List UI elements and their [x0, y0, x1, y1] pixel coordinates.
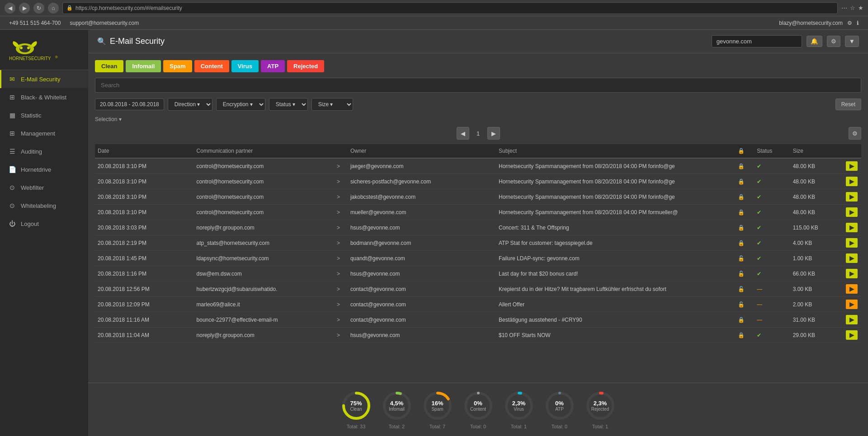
filter-content[interactable]: Content [194, 60, 229, 72]
cell-size: 2.00 KB [790, 297, 843, 312]
cell-action[interactable]: ▶ [843, 205, 861, 220]
filter-spam[interactable]: Spam [163, 60, 192, 72]
table-row[interactable]: 20.08.2018 3:10 PM control@hornetsecurit… [95, 205, 861, 220]
table-row[interactable]: 20.08.2018 12:09 PM marleo69@alice.it > … [95, 297, 861, 312]
size-dropdown[interactable]: Size ▾ < 1 KB < 100 KB [311, 98, 353, 111]
refresh-button[interactable]: ↻ [33, 3, 44, 14]
filter-clean[interactable]: Clean [95, 60, 123, 72]
col-owner[interactable]: Owner [348, 144, 496, 158]
direction-dropdown[interactable]: Direction ▾ Inbound Outbound [168, 98, 212, 111]
forward-button[interactable]: ▶ [19, 3, 30, 14]
col-partner[interactable]: Communication partner [194, 144, 334, 158]
url-bar[interactable]: 🔒 https://cp.hornetsecurity.com/#/emails… [62, 2, 838, 14]
table-row[interactable]: 20.08.2018 11:04 AM noreply@r.groupon.co… [95, 328, 861, 343]
row-action-button[interactable]: ▶ [846, 238, 858, 248]
row-action-button[interactable]: ▶ [846, 161, 858, 171]
encryption-dropdown[interactable]: Encryption ▾ TLS None [216, 98, 265, 111]
cell-lock: 🔒 [735, 220, 749, 235]
info-icon[interactable]: ℹ [857, 20, 859, 26]
cell-size: 66.00 KB [790, 266, 843, 281]
domain-input[interactable] [712, 35, 802, 47]
reset-button[interactable]: Reset [835, 98, 861, 110]
cell-action[interactable]: ▶ [843, 174, 861, 189]
selection-button[interactable]: Selection ▾ [95, 116, 122, 122]
col-subject[interactable]: Subject [496, 144, 730, 158]
cell-owner: hsus@gevonne.com [348, 266, 496, 281]
cell-owner: quandt@gevonne.com [348, 251, 496, 266]
row-action-button[interactable]: ▶ [846, 223, 858, 232]
col-size[interactable]: Size [790, 144, 843, 158]
stat-label: Rejected [591, 407, 609, 412]
email-icon: ✉ [8, 75, 16, 83]
row-action-button[interactable]: ▶ [846, 207, 858, 217]
expand-button[interactable]: ▼ [845, 36, 859, 47]
sidebar-label-logout: Logout [21, 220, 39, 227]
row-action-button[interactable]: ▶ [846, 300, 858, 309]
cell-date: 20.08.2018 12:56 PM [95, 281, 194, 297]
filter-atp[interactable]: ATP [261, 60, 285, 72]
back-button[interactable]: ◀ [5, 3, 15, 14]
table-settings-button[interactable]: ⚙ [849, 127, 861, 140]
row-action-button[interactable]: ▶ [846, 315, 858, 324]
row-action-button[interactable]: ▶ [846, 253, 858, 263]
cell-subject: Hornetsecurity Spammanagement from 08/20… [496, 174, 730, 189]
cell-action[interactable]: ▶ [843, 312, 861, 328]
cell-action[interactable]: ▶ [843, 281, 861, 297]
row-action-button[interactable]: ▶ [846, 177, 858, 186]
sidebar-item-webfilter[interactable]: ⊙ Webfilter [0, 178, 88, 197]
sidebar-item-logout[interactable]: ⏻ Logout [0, 215, 88, 233]
sidebar-item-email-security[interactable]: ✉ E-Mail Security [0, 70, 88, 88]
home-button[interactable]: ⌂ [48, 3, 59, 14]
table-row[interactable]: 20.08.2018 12:56 PM hubertzwzgcjd@subaru… [95, 281, 861, 297]
row-action-button[interactable]: ▶ [846, 284, 858, 294]
stat-circle-atp: 0% ATP Total: 0 [544, 390, 576, 429]
sidebar-item-statistic[interactable]: ▦ Statistic [0, 106, 88, 124]
col-status[interactable]: Status [754, 144, 790, 158]
settings-icon[interactable]: ⚙ [847, 20, 852, 26]
cell-action[interactable]: ▶ [843, 266, 861, 281]
prev-page-button[interactable]: ◀ [457, 127, 469, 140]
row-action-button[interactable]: ▶ [846, 330, 858, 340]
col-date[interactable]: Date [95, 144, 194, 158]
stat-percent: 0% [470, 400, 486, 407]
cell-status: ✔ [754, 266, 790, 281]
cell-action[interactable]: ▶ [843, 235, 861, 251]
cell-action[interactable]: ▶ [843, 297, 861, 312]
table-row[interactable]: 20.08.2018 1:16 PM dsw@em.dsw.com > hsus… [95, 266, 861, 281]
notification-button[interactable]: 🔔 [807, 36, 822, 47]
sidebar-item-auditing[interactable]: ☰ Auditing [0, 142, 88, 160]
next-page-button[interactable]: ▶ [487, 127, 500, 140]
cell-action[interactable]: ▶ [843, 158, 861, 174]
cell-status: ✔ [754, 220, 790, 235]
cell-action[interactable]: ▶ [843, 220, 861, 235]
cell-action[interactable]: ▶ [843, 328, 861, 343]
table-row[interactable]: 20.08.2018 2:19 PM atp_stats@hornetsecur… [95, 235, 861, 251]
row-action-button[interactable]: ▶ [846, 269, 858, 278]
table-row[interactable]: 20.08.2018 11:16 AM bounce-22977@effecti… [95, 312, 861, 328]
cell-status: ✔ [754, 189, 790, 205]
stat-label: Virus [512, 407, 526, 412]
filter-infomail[interactable]: Infomail [126, 60, 161, 72]
cell-action[interactable]: ▶ [843, 251, 861, 266]
list-icon: ⊞ [8, 94, 16, 101]
contact-right: blazy@hornetsecurity.com ⚙ ℹ [779, 20, 859, 26]
sidebar-item-management[interactable]: ⊞ Management [0, 124, 88, 142]
filter-virus[interactable]: Virus [231, 60, 259, 72]
sidebar-item-hornetdrive[interactable]: 📄 Hornetdrive [0, 160, 88, 178]
table-row[interactable]: 20.08.2018 3:10 PM control@hornetsecurit… [95, 174, 861, 189]
filter-rejected[interactable]: Rejected [287, 60, 324, 72]
sidebar-item-blackwhitelist[interactable]: ⊞ Black- & Whitelist [0, 88, 88, 106]
stat-inner: 4,5% Infomail [389, 400, 405, 412]
user-settings-button[interactable]: ⚙ [827, 36, 840, 47]
search-input[interactable] [95, 78, 861, 93]
table-row[interactable]: 20.08.2018 3:10 PM control@hornetsecurit… [95, 189, 861, 205]
table-row[interactable]: 20.08.2018 3:03 PM noreply@r.groupon.com… [95, 220, 861, 235]
cell-partner: control@hornetsecurity.com [194, 174, 334, 189]
table-row[interactable]: 20.08.2018 3:10 PM control@hornetsecurit… [95, 158, 861, 174]
sidebar-item-whitelabeling[interactable]: ⊙ Whitelabeling [0, 197, 88, 215]
row-action-button[interactable]: ▶ [846, 192, 858, 202]
status-dropdown[interactable]: Status ▾ Clean Spam [269, 98, 308, 111]
table-row[interactable]: 20.08.2018 1:45 PM ldapsync@hornetsecuri… [95, 251, 861, 266]
cell-action[interactable]: ▶ [843, 189, 861, 205]
stat-circle: 0% Content [462, 390, 494, 422]
